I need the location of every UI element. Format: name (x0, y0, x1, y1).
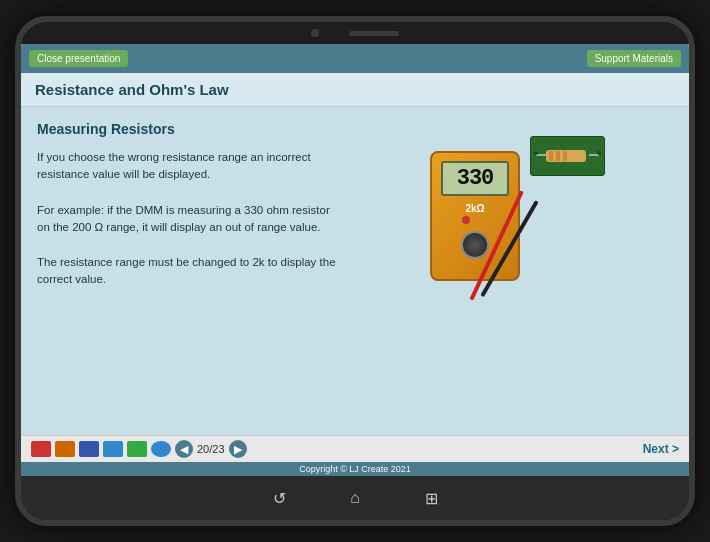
screen-area: Close presentation Support Materials Res… (21, 44, 689, 476)
text-column: Measuring Resistors If you choose the wr… (37, 121, 347, 421)
resistor-body (546, 150, 586, 162)
back-button[interactable]: ↺ (266, 485, 292, 511)
page-title: Resistance and Ohm's Law (35, 81, 675, 98)
page-nav-next-button[interactable]: ▶ (229, 440, 247, 458)
paragraph-1: If you choose the wrong resistance range… (37, 149, 337, 184)
toolbar-icon-lightblue[interactable] (103, 441, 123, 457)
paragraph-2: For example: if the DMM is measuring a 3… (37, 202, 337, 237)
camera (311, 29, 319, 37)
close-presentation-button[interactable]: Close presentation (29, 50, 128, 67)
home-button[interactable]: ⌂ (342, 485, 368, 511)
multimeter-screen: 330 (441, 161, 509, 196)
toolbar-icon-orange[interactable] (55, 441, 75, 457)
resistor-band-1 (549, 151, 553, 161)
page-nav: ◀ 20/23 ▶ (175, 440, 247, 458)
page-counter: 20/23 (197, 443, 225, 455)
multimeter-range: 2kΩ (465, 203, 484, 214)
resistor-band-2 (556, 151, 560, 161)
resistor-band-3 (563, 151, 567, 161)
multimeter-reading: 330 (457, 166, 494, 191)
copyright-text: Copyright © LJ Create 2021 (299, 464, 411, 474)
circuit-board (530, 136, 605, 176)
section-heading: Measuring Resistors (37, 121, 337, 137)
multimeter-dial (461, 231, 489, 259)
nav-bar: Close presentation Support Materials (21, 44, 689, 73)
tablet-frame: Close presentation Support Materials Res… (15, 16, 695, 526)
apps-button[interactable]: ⊞ (418, 485, 444, 511)
toolbar-icon-green[interactable] (127, 441, 147, 457)
multimeter-indicator-dot (462, 216, 470, 224)
next-button[interactable]: Next > (643, 442, 679, 456)
board-hole-right (597, 151, 601, 155)
title-bar: Resistance and Ohm's Law (21, 73, 689, 107)
content-area: Measuring Resistors If you choose the wr… (21, 107, 689, 435)
speaker (349, 31, 399, 36)
support-materials-button[interactable]: Support Materials (587, 50, 681, 67)
copyright-bar: Copyright © LJ Create 2021 (21, 462, 689, 476)
tablet-top-bar (21, 22, 689, 44)
paragraph-3: The resistance range must be changed to … (37, 254, 337, 289)
toolbar-icon-circle-blue[interactable] (151, 441, 171, 457)
board-hole-left (534, 151, 538, 155)
device-bottom-bar: ↺ ⌂ ⊞ (21, 476, 689, 520)
toolbar-icon-blue[interactable] (79, 441, 99, 457)
bottom-toolbar: ◀ 20/23 ▶ Next > (21, 435, 689, 462)
page-nav-prev-button[interactable]: ◀ (175, 440, 193, 458)
image-column: 330 2kΩ (347, 121, 673, 421)
toolbar-icon-red[interactable] (31, 441, 51, 457)
multimeter-scene: 330 2kΩ (410, 131, 610, 351)
multimeter-body: 330 2kΩ (430, 151, 520, 281)
toolbar-left: ◀ 20/23 ▶ (31, 440, 247, 458)
